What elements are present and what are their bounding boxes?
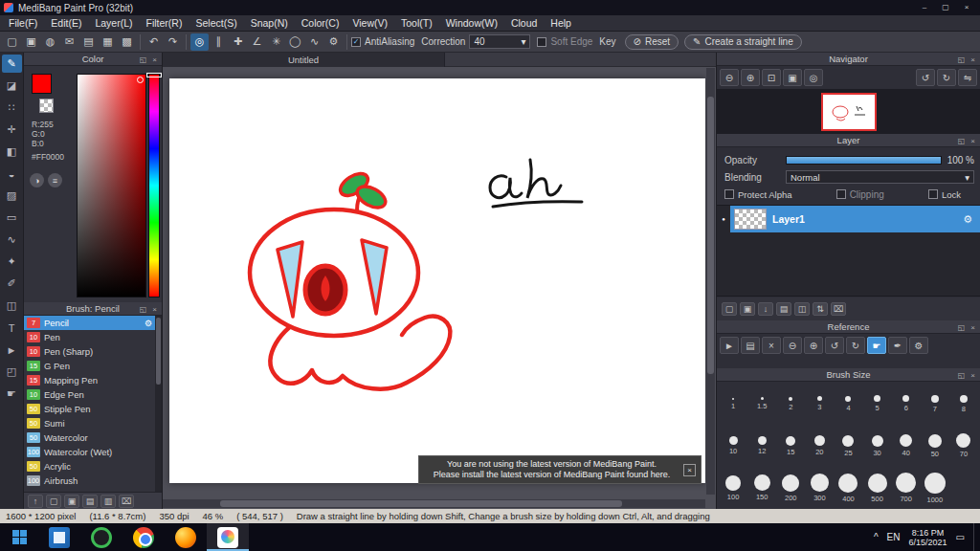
brush-item[interactable]: 50 Stipple Pen ⚙ bbox=[24, 402, 155, 416]
brush-size-option[interactable]: 12 bbox=[747, 425, 776, 467]
move-tool-icon[interactable]: ✛ bbox=[2, 121, 22, 139]
close-icon[interactable]: × bbox=[968, 371, 978, 380]
color-sliders-icon[interactable]: ≡ bbox=[48, 173, 62, 187]
soft-edge-checkbox[interactable] bbox=[537, 37, 546, 47]
previous-brush-icon[interactable]: ↑ bbox=[28, 495, 43, 508]
open-reference-icon[interactable]: ▤ bbox=[741, 337, 760, 354]
rotate-right-icon[interactable]: ↻ bbox=[937, 69, 956, 86]
menu-item[interactable]: Color(C) bbox=[295, 15, 346, 31]
brush-size-option[interactable]: 20 bbox=[805, 425, 834, 467]
foreground-color-swatch[interactable] bbox=[32, 74, 52, 94]
canvas-horizontal-scrollbar[interactable] bbox=[163, 499, 705, 508]
color-wheel-icon[interactable]: ◑ bbox=[30, 173, 44, 187]
brush-menu-icon[interactable]: ▥ bbox=[100, 495, 116, 508]
tray-expand-icon[interactable]: ^ bbox=[874, 532, 879, 542]
layer-row[interactable]: ● Layer1 ⚙ bbox=[717, 206, 980, 232]
ref-rotate-left-icon[interactable]: ↺ bbox=[825, 337, 844, 354]
snap-ellipse-icon[interactable]: ◯ bbox=[286, 33, 304, 51]
taskbar-clock[interactable]: 8:16 PM 6/15/2021 bbox=[909, 528, 947, 547]
scrollbar-thumb[interactable] bbox=[707, 97, 714, 374]
scrollbar-thumb[interactable] bbox=[220, 500, 622, 507]
ref-settings-icon[interactable]: ⚙ bbox=[909, 337, 928, 354]
save-icon[interactable]: ▣ bbox=[22, 33, 40, 51]
sv-cursor[interactable] bbox=[137, 77, 144, 83]
popout-icon[interactable]: ◱ bbox=[956, 137, 967, 145]
brush-item[interactable]: 15 Mapping Pen ⚙ bbox=[24, 373, 155, 387]
delete-brush-icon[interactable]: ⌧ bbox=[119, 495, 134, 508]
brush-size-option[interactable]: 400 bbox=[834, 467, 862, 509]
delete-layer-icon[interactable]: ⌧ bbox=[831, 302, 846, 316]
maximize-button[interactable]: ▢ bbox=[936, 2, 955, 13]
reorder-layer-icon[interactable]: ⇅ bbox=[813, 302, 828, 316]
popout-icon[interactable]: ◱ bbox=[956, 323, 967, 332]
add-brush-icon[interactable]: ▢ bbox=[46, 495, 61, 508]
correction-select[interactable]: 40 ▾ bbox=[469, 34, 530, 49]
brush-item[interactable]: 50 Acrylic ⚙ bbox=[24, 459, 155, 474]
document-tab[interactable]: Untitled bbox=[163, 53, 445, 67]
minimize-button[interactable]: – bbox=[915, 2, 934, 13]
snap-settings-icon[interactable]: ⚙ bbox=[324, 33, 343, 51]
text-tool-icon[interactable]: T bbox=[2, 319, 22, 337]
hue-cursor[interactable] bbox=[146, 73, 162, 77]
fit-window-icon[interactable]: ⊡ bbox=[762, 69, 781, 86]
language-indicator[interactable]: EN bbox=[887, 532, 901, 542]
canvas[interactable] bbox=[169, 78, 705, 483]
firefox-app-icon[interactable] bbox=[165, 523, 207, 551]
brush-item[interactable]: 50 Sumi ⚙ bbox=[24, 416, 155, 430]
brush-item[interactable]: 15 G Pen ⚙ bbox=[24, 359, 155, 373]
brush-size-option[interactable]: 200 bbox=[776, 467, 805, 509]
menu-item[interactable]: Cloud bbox=[504, 15, 544, 31]
menu-item[interactable]: Tool(T) bbox=[394, 15, 439, 31]
brush-size-option[interactable]: 50 bbox=[921, 425, 949, 467]
reset-button[interactable]: ⊘ Reset bbox=[625, 34, 679, 50]
snap-off-icon[interactable]: ◎ bbox=[190, 33, 209, 51]
snap-cross-icon[interactable]: ✚ bbox=[229, 33, 247, 51]
brush-item[interactable]: 10 Pen (Sharp) ⚙ bbox=[24, 344, 155, 359]
scrollbar-thumb[interactable] bbox=[156, 318, 161, 385]
background-color-swatch[interactable] bbox=[39, 99, 54, 113]
reset-view-icon[interactable]: ◎ bbox=[804, 69, 823, 86]
duplicate-layer-icon[interactable]: ▣ bbox=[740, 302, 755, 316]
fill-tool-icon[interactable]: ◧ bbox=[2, 143, 22, 161]
brush-size-option[interactable]: 25 bbox=[834, 425, 862, 467]
layer-mask-icon[interactable]: ◫ bbox=[794, 302, 810, 316]
ref-rotate-right-icon[interactable]: ↻ bbox=[846, 337, 865, 354]
select-eraser-tool-icon[interactable]: ◫ bbox=[2, 297, 22, 315]
opacity-slider[interactable] bbox=[786, 156, 942, 165]
show-desktop-button[interactable] bbox=[973, 523, 978, 551]
brush-size-option[interactable]: 4 bbox=[834, 383, 862, 425]
magic-wand-tool-icon[interactable]: ✦ bbox=[2, 253, 22, 271]
menu-item[interactable]: Window(W) bbox=[439, 15, 504, 31]
rotate-left-icon[interactable]: ↺ bbox=[916, 69, 935, 86]
hand-tool-icon[interactable]: ☛ bbox=[2, 385, 22, 403]
menu-item[interactable]: Edit(E) bbox=[44, 15, 88, 31]
menu-item[interactable]: Layer(L) bbox=[88, 15, 139, 31]
saturation-value-picker[interactable] bbox=[77, 74, 146, 298]
redo-icon[interactable]: ↷ bbox=[164, 33, 182, 51]
lock-checkbox[interactable] bbox=[928, 189, 938, 199]
brush-item[interactable]: 100 Airbrush ⚙ bbox=[24, 474, 155, 488]
antialiasing-checkbox[interactable]: ✓ bbox=[351, 37, 361, 47]
ref-eyedropper-icon[interactable]: ✒ bbox=[888, 337, 907, 354]
brush-tool-icon[interactable]: ✎ bbox=[2, 55, 22, 73]
start-button[interactable] bbox=[0, 523, 38, 551]
add-folder-icon[interactable]: ▤ bbox=[776, 302, 791, 316]
brush-size-option[interactable]: 700 bbox=[892, 467, 921, 509]
menu-item[interactable]: Help bbox=[544, 15, 578, 31]
brush-item[interactable]: 10 Edge Pen ⚙ bbox=[24, 387, 155, 402]
canvas-vertical-scrollbar[interactable] bbox=[706, 68, 715, 495]
layer-settings-icon[interactable]: ⚙ bbox=[963, 213, 972, 226]
popout-icon[interactable]: ◱ bbox=[956, 371, 967, 380]
popout-icon[interactable]: ◱ bbox=[138, 305, 148, 314]
menu-item[interactable]: View(V) bbox=[345, 15, 394, 31]
brush-size-option[interactable]: 500 bbox=[863, 467, 892, 509]
pointer-icon[interactable]: ► bbox=[720, 337, 739, 354]
zoom-in-icon[interactable]: ⊕ bbox=[741, 69, 760, 86]
actual-pixels-icon[interactable]: ▣ bbox=[783, 69, 802, 86]
brush-size-option[interactable]: 150 bbox=[747, 467, 776, 509]
brush-size-option[interactable]: 100 bbox=[719, 467, 747, 509]
brush-item[interactable]: 100 Watercolor (Wet) ⚙ bbox=[24, 445, 155, 459]
brush-size-option[interactable]: 300 bbox=[805, 467, 834, 509]
flip-horizontal-icon[interactable]: ⇋ bbox=[958, 69, 977, 86]
create-straight-line-button[interactable]: ✎ Create a straight line bbox=[684, 34, 802, 50]
